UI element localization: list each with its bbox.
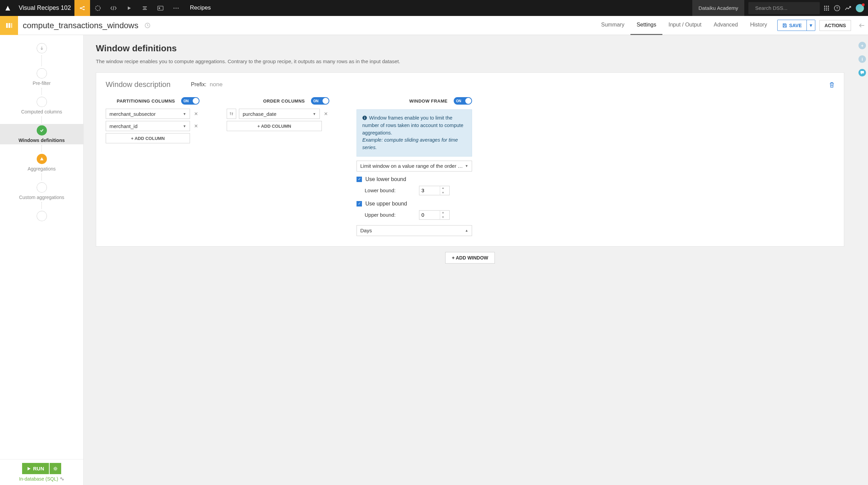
use-upper-label: Use upper bound [365, 201, 407, 207]
partition-col-0[interactable]: merchant_subsector ▼ [106, 109, 190, 119]
frame-unit[interactable]: Days ▲ [357, 225, 472, 236]
play-icon[interactable] [121, 0, 137, 16]
apps-icon[interactable] [824, 5, 829, 11]
engine-label[interactable]: In-database (SQL) [3, 476, 80, 482]
svg-rect-18 [828, 7, 829, 8]
chevron-down-icon: ▼ [465, 164, 468, 168]
spin-down[interactable]: ▼ [440, 191, 446, 195]
refresh-icon[interactable] [144, 22, 151, 29]
svg-text:i: i [364, 116, 365, 120]
svg-rect-24 [6, 23, 8, 28]
frame-toggle[interactable]: ON [454, 97, 472, 105]
lower-bound-input[interactable]: ▲▼ [419, 186, 450, 195]
save-dropdown[interactable]: ▾ [806, 20, 815, 31]
spin-down[interactable]: ▼ [440, 215, 446, 220]
topbar-right: ? [824, 4, 868, 12]
svg-rect-8 [159, 7, 160, 9]
use-upper-checkbox[interactable]: ✓ [357, 201, 362, 206]
sort-order-icon[interactable] [227, 109, 236, 119]
circle-icon[interactable] [90, 0, 106, 16]
run-button[interactable]: RUN [22, 463, 49, 474]
chevron-up-icon: ▲ [465, 229, 468, 232]
info-icon: i [362, 115, 367, 120]
prefix-label: Prefix: [191, 82, 206, 88]
svg-text:?: ? [836, 6, 838, 10]
svg-rect-26 [11, 23, 12, 28]
actions-button[interactable]: ACTIONS [819, 20, 851, 31]
frame-limit-mode[interactable]: Limit window on a value range of the ord… [357, 161, 472, 172]
tab-io[interactable]: Input / Output [662, 16, 708, 35]
partition-col-1[interactable]: merchant_id ▼ [106, 121, 190, 131]
svg-point-9 [173, 7, 174, 8]
svg-rect-13 [824, 6, 825, 7]
chevron-down-icon: ▼ [313, 112, 316, 116]
tab-history[interactable]: History [744, 16, 773, 35]
save-button[interactable]: SAVE [778, 20, 806, 31]
activity-icon[interactable] [845, 6, 851, 11]
step-custom[interactable]: Custom aggregations [0, 181, 83, 201]
main-content: Window definitions The window recipe ena… [84, 35, 856, 485]
remove-order-0[interactable]: ✕ [323, 111, 329, 116]
svg-rect-4 [143, 6, 147, 7]
svg-point-29 [60, 478, 62, 479]
search-box[interactable] [748, 2, 820, 14]
step-computed[interactable]: Computed columns [0, 95, 83, 116]
order-col-0[interactable]: purchase_date ▼ [239, 109, 320, 119]
rail-info-icon[interactable]: i [858, 55, 866, 63]
rail-add-icon[interactable]: + [858, 42, 866, 49]
step-start[interactable] [0, 42, 83, 55]
help-icon[interactable]: ? [834, 5, 840, 11]
frame-title: WINDOW FRAME [409, 98, 448, 104]
delete-window-icon[interactable] [829, 82, 834, 88]
gears-icon [59, 477, 64, 481]
svg-rect-21 [828, 10, 829, 11]
partitioning-title: PARTITIONING COLUMNS [117, 98, 175, 104]
add-partition-col[interactable]: + ADD COLUMN [106, 133, 190, 143]
recipe-type-icon [0, 16, 18, 35]
svg-rect-5 [143, 8, 146, 8]
order-toggle[interactable]: ON [311, 97, 329, 105]
academy-badge[interactable]: Dataiku Academy [692, 0, 744, 16]
dataiku-logo[interactable] [0, 0, 15, 16]
tab-summary[interactable]: Summary [595, 16, 630, 35]
tab-settings[interactable]: Settings [630, 16, 662, 35]
use-lower-checkbox[interactable]: ✓ [357, 177, 362, 182]
remove-partition-1[interactable]: ✕ [193, 123, 199, 129]
spin-up[interactable]: ▲ [440, 210, 446, 215]
steps-list: Pre-filter Computed columns Windows defi… [0, 35, 83, 459]
prefix-input[interactable]: none [210, 81, 223, 88]
rail-chat-icon[interactable] [858, 69, 866, 76]
upper-bound-input[interactable]: ▲▼ [419, 210, 450, 220]
breadcrumb[interactable]: Recipes [184, 4, 217, 12]
step-end[interactable] [0, 210, 83, 222]
search-input[interactable] [755, 5, 820, 11]
step-aggregations[interactable]: Aggregations [0, 152, 83, 173]
add-window-button[interactable]: + ADD WINDOW [445, 252, 494, 264]
gear-icon [53, 466, 58, 471]
code-icon[interactable] [106, 0, 121, 16]
upper-bound-label: Upper bound: [365, 212, 416, 218]
avatar[interactable] [856, 4, 864, 12]
add-order-col[interactable]: + ADD COLUMN [227, 121, 322, 131]
run-settings[interactable] [50, 463, 61, 474]
svg-point-11 [177, 7, 178, 8]
back-arrow-icon[interactable] [855, 23, 868, 28]
flow-icon[interactable] [74, 0, 90, 16]
card-icon[interactable] [153, 0, 168, 16]
secondbar: compute_transactions_windows Summary Set… [0, 16, 868, 35]
more-icon[interactable] [168, 0, 184, 16]
bar-icon[interactable] [137, 0, 153, 16]
warn-icon [37, 154, 47, 164]
tab-advanced[interactable]: Advanced [708, 16, 744, 35]
check-icon [37, 125, 47, 136]
partitioning-toggle[interactable]: ON [181, 97, 199, 105]
order-title: ORDER COLUMNS [263, 98, 305, 104]
remove-partition-0[interactable]: ✕ [193, 111, 199, 116]
project-name[interactable]: Visual Recipes 102 [15, 4, 74, 12]
spin-up[interactable]: ▲ [440, 186, 446, 191]
svg-point-1 [83, 6, 85, 7]
step-prefilter[interactable]: Pre-filter [0, 67, 83, 87]
page-title: Window definitions [96, 43, 844, 54]
chevron-down-icon: ▼ [183, 124, 186, 128]
step-windows[interactable]: Windows definitions [0, 124, 83, 144]
